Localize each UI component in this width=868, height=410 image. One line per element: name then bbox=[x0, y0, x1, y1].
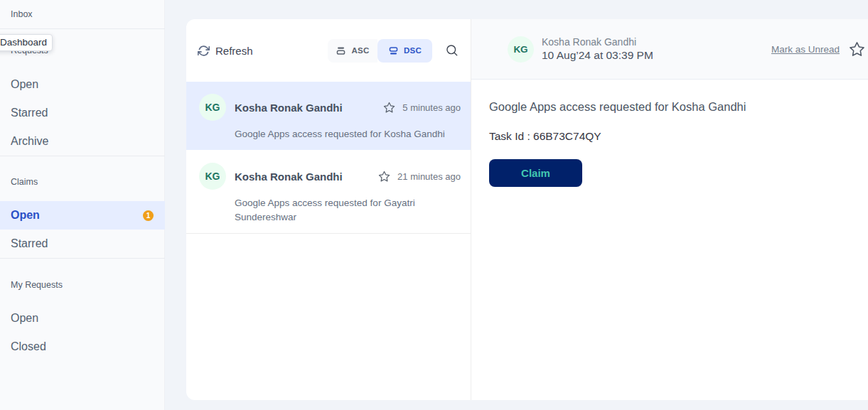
search-button[interactable] bbox=[445, 43, 459, 58]
item-sender-name: Kosha Ronak Gandhi bbox=[235, 171, 378, 183]
search-icon bbox=[445, 43, 459, 58]
detail-header: KG Kosha Ronak Gandhi 10 Aug’24 at 03:39… bbox=[471, 19, 868, 80]
item-subtitle: Google Apps access requested for Kosha G… bbox=[235, 127, 451, 141]
sidebar-divider-2 bbox=[0, 156, 165, 156]
refresh-button[interactable]: Refresh bbox=[198, 45, 253, 57]
item-subtitle: Google Apps access requested for Gayatri… bbox=[235, 196, 451, 225]
avatar: KG bbox=[199, 163, 226, 190]
sort-asc-button[interactable]: ASC bbox=[328, 39, 377, 63]
task-detail-panel: KG Kosha Ronak Gandhi 10 Aug’24 at 03:39… bbox=[471, 19, 868, 400]
sidebar-item-myrequests-open[interactable]: Open bbox=[0, 304, 165, 333]
refresh-icon bbox=[198, 45, 210, 57]
sidebar-item-myrequests-closed[interactable]: Closed bbox=[0, 333, 165, 361]
sort-desc-button[interactable]: DSC bbox=[377, 39, 432, 63]
detail-body: Google Apps access requested for Kosha G… bbox=[471, 80, 868, 187]
star-icon[interactable] bbox=[378, 171, 390, 183]
sidebar-label-inbox: Inbox bbox=[11, 9, 33, 19]
star-icon[interactable] bbox=[849, 41, 865, 58]
claims-open-count-badge: 1 bbox=[143, 210, 154, 221]
sidebar-item-claims-starred[interactable]: Starred bbox=[0, 230, 165, 258]
task-list-panel: Refresh ASC DSC KG Kosha Ronak Gandhi bbox=[186, 19, 471, 400]
list-header: Refresh ASC DSC bbox=[186, 19, 471, 82]
avatar: KG bbox=[508, 36, 534, 63]
detail-task-id: Task Id : 66B73C74QY bbox=[489, 130, 854, 143]
task-list-item-1[interactable]: KG Kosha Ronak Gandhi 5 minutes ago Goog… bbox=[186, 82, 471, 150]
dashboard-tooltip: Dashboard bbox=[0, 34, 53, 51]
main-card: Refresh ASC DSC KG Kosha Ronak Gandhi bbox=[186, 19, 868, 400]
sort-asc-icon bbox=[336, 45, 346, 56]
sidebar-divider-3 bbox=[0, 258, 165, 259]
sort-toggle: ASC DSC bbox=[328, 39, 432, 63]
sidebar: Inbox Requests Open Starred Archive Clai… bbox=[0, 0, 165, 410]
sidebar-item-requests-starred[interactable]: Starred bbox=[0, 99, 165, 127]
item-timestamp: 21 minutes ago bbox=[397, 171, 461, 182]
claim-button[interactable]: Claim bbox=[489, 159, 582, 187]
detail-title: Google Apps access requested for Kosha G… bbox=[489, 100, 854, 114]
item-sender-name: Kosha Ronak Gandhi bbox=[235, 102, 383, 114]
sidebar-item-requests-archive[interactable]: Archive bbox=[0, 127, 165, 156]
mark-as-unread-link[interactable]: Mark as Unread bbox=[771, 44, 840, 55]
avatar: KG bbox=[199, 94, 226, 121]
sidebar-divider-1 bbox=[0, 28, 165, 29]
star-icon[interactable] bbox=[383, 102, 395, 114]
sort-desc-icon bbox=[388, 45, 399, 56]
sidebar-label-my-requests: My Requests bbox=[11, 280, 63, 290]
sidebar-item-claims-open[interactable]: Open 1 bbox=[0, 201, 165, 230]
detail-timestamp: 10 Aug’24 at 03:39 PM bbox=[542, 48, 653, 63]
task-list-item-2[interactable]: KG Kosha Ronak Gandhi 21 minutes ago Goo… bbox=[186, 150, 471, 234]
sidebar-label-claims: Claims bbox=[11, 177, 38, 187]
item-timestamp: 5 minutes ago bbox=[402, 102, 461, 113]
sidebar-item-requests-open[interactable]: Open bbox=[0, 70, 165, 99]
detail-sender-name: Kosha Ronak Gandhi bbox=[542, 36, 653, 48]
